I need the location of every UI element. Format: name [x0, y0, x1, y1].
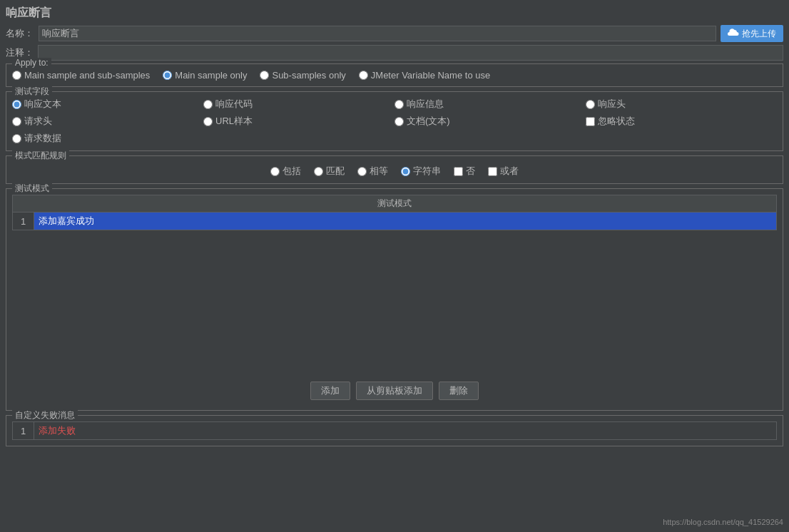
pr-or-label: 或者	[500, 165, 519, 178]
apply-main-sub-radio[interactable]	[12, 71, 21, 80]
pr-not-checkbox[interactable]	[454, 167, 463, 176]
pr-equal-label: 相等	[370, 165, 388, 178]
page-title: 响应断言	[6, 6, 783, 21]
apply-jmeter-var-option[interactable]: JMeter Variable Name to use	[359, 70, 490, 81]
pr-string-option[interactable]: 字符串	[401, 165, 441, 178]
add-button[interactable]: 添加	[310, 382, 350, 400]
tf-ignore-status-label: 忽略状态	[598, 115, 635, 128]
table-row: 1 添加失败	[13, 422, 777, 440]
custom-failure-group: 自定义失败消息 1 添加失败	[6, 415, 783, 446]
apply-to-options: Main sample and sub-samples Main sample …	[12, 70, 777, 81]
pr-match-option[interactable]: 匹配	[314, 165, 345, 178]
row-value: 添加嘉宾成功	[34, 213, 777, 230]
tf-document-radio[interactable]	[394, 117, 404, 126]
tf-request-data-radio[interactable]	[12, 134, 21, 143]
pattern-rules-title: 模式匹配规则	[12, 150, 69, 162]
pr-equal-option[interactable]: 相等	[357, 165, 388, 178]
test-mode-title: 测试模式	[12, 183, 52, 195]
pr-equal-radio[interactable]	[357, 167, 367, 176]
name-input[interactable]	[39, 26, 716, 41]
test-mode-buttons: 添加 从剪贴板添加 删除	[12, 377, 777, 404]
test-field-title: 测试字段	[12, 86, 52, 98]
apply-sub-only-radio[interactable]	[260, 71, 269, 80]
tf-response-head-radio[interactable]	[586, 100, 595, 109]
test-mode-table: 测试模式 1 添加嘉宾成功	[12, 195, 777, 230]
tf-response-text-radio[interactable]	[12, 100, 21, 109]
tf-url-sample-option[interactable]: URL样本	[203, 115, 394, 128]
pr-or-checkbox[interactable]	[488, 167, 497, 176]
tf-response-text-option[interactable]: 响应文本	[12, 98, 203, 111]
tf-ignore-status-checkbox[interactable]	[586, 117, 595, 126]
apply-main-only-option[interactable]: Main sample only	[163, 70, 247, 81]
pattern-rules-group: 模式匹配规则 包括 匹配 相等 字符串	[6, 155, 783, 184]
pr-contains-radio[interactable]	[270, 167, 280, 176]
apply-sub-only-option[interactable]: Sub-samples only	[260, 70, 345, 81]
tf-url-sample-radio[interactable]	[203, 117, 213, 126]
tf-response-head-option[interactable]: 响应头	[586, 98, 777, 111]
tf-response-info-label: 响应信息	[407, 98, 444, 111]
pr-match-label: 匹配	[326, 165, 345, 178]
pr-string-label: 字符串	[413, 165, 441, 178]
pr-not-label: 否	[466, 165, 475, 178]
custom-failure-title: 自定义失败消息	[12, 409, 78, 421]
tf-response-code-label: 响应代码	[215, 98, 253, 111]
apply-main-only-label: Main sample only	[175, 70, 247, 81]
cloud-upload-label: 抢先上传	[742, 28, 776, 40]
tf-response-info-option[interactable]: 响应信息	[394, 98, 586, 111]
apply-to-group: Apply to: Main sample and sub-samples Ma…	[6, 63, 783, 87]
pr-contains-option[interactable]: 包括	[270, 165, 301, 178]
custom-failure-table: 1 添加失败	[12, 421, 777, 440]
pr-contains-label: 包括	[282, 165, 301, 178]
row-number: 1	[13, 213, 34, 230]
tf-request-head-radio[interactable]	[12, 117, 21, 126]
apply-jmeter-var-label: JMeter Variable Name to use	[371, 70, 490, 81]
pr-or-option[interactable]: 或者	[488, 165, 519, 178]
comment-input[interactable]	[38, 45, 783, 61]
test-field-group: 测试字段 响应文本 响应代码 响应信息 响应头	[6, 91, 783, 151]
tf-response-code-option[interactable]: 响应代码	[203, 98, 394, 111]
tf-url-sample-label: URL样本	[215, 115, 253, 128]
test-mode-group: 测试模式 测试模式 1 添加嘉宾成功 添加 从剪贴板添加	[6, 188, 783, 411]
tf-response-text-label: 响应文本	[24, 98, 61, 111]
apply-main-only-radio[interactable]	[163, 71, 172, 80]
tf-request-data-label: 请求数据	[24, 132, 61, 145]
tf-response-info-radio[interactable]	[394, 100, 404, 109]
cloud-upload-button[interactable]: 抢先上传	[721, 25, 783, 42]
apply-main-sub-label: Main sample and sub-samples	[24, 70, 150, 81]
pattern-options: 包括 匹配 相等 字符串 否	[270, 165, 519, 178]
cloud-icon	[728, 28, 739, 39]
apply-main-sub-option[interactable]: Main sample and sub-samples	[12, 70, 150, 81]
pr-match-radio[interactable]	[314, 167, 323, 176]
table-row: 1 添加嘉宾成功	[13, 213, 777, 230]
tf-request-head-label: 请求头	[24, 115, 52, 128]
name-label: 名称：	[6, 27, 34, 40]
tf-response-code-radio[interactable]	[203, 100, 213, 109]
tf-document-option[interactable]: 文档(文本)	[394, 115, 586, 128]
pr-string-radio[interactable]	[401, 167, 410, 176]
tf-response-head-label: 响应头	[598, 98, 626, 111]
delete-button[interactable]: 删除	[439, 382, 479, 400]
custom-row-value: 添加失败	[34, 422, 777, 440]
tf-request-data-option[interactable]: 请求数据	[12, 132, 203, 145]
apply-jmeter-var-radio[interactable]	[359, 71, 368, 80]
apply-to-title: Apply to:	[12, 58, 51, 68]
custom-row-number: 1	[13, 422, 34, 440]
test-mode-empty-area	[12, 235, 777, 377]
apply-sub-only-label: Sub-samples only	[272, 70, 345, 81]
tf-ignore-status-option[interactable]: 忽略状态	[586, 115, 777, 128]
test-mode-table-header: 测试模式	[13, 195, 777, 213]
pr-not-option[interactable]: 否	[454, 165, 475, 178]
tf-request-head-option[interactable]: 请求头	[12, 115, 203, 128]
tf-document-label: 文档(文本)	[407, 115, 450, 128]
paste-button[interactable]: 从剪贴板添加	[356, 382, 433, 400]
